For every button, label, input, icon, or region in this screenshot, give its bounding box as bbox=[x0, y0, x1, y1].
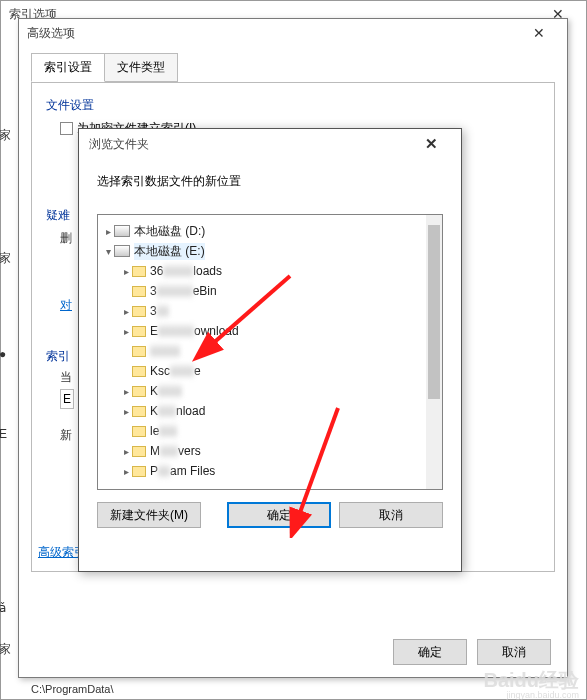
adv-titlebar: 高级选项 ✕ bbox=[19, 19, 567, 47]
browse-ok-button[interactable]: 确定 bbox=[227, 502, 331, 528]
folder-icon bbox=[132, 406, 146, 417]
tree-row-folder[interactable]: ▸ 36xxxxxloads bbox=[102, 261, 422, 281]
folder-label: Mxxxvers bbox=[150, 444, 201, 458]
adv-cancel-button[interactable]: 取消 bbox=[477, 639, 551, 665]
file-settings-label: 文件设置 bbox=[46, 97, 540, 114]
folder-icon bbox=[132, 466, 146, 477]
browse-close-icon[interactable]: ✕ bbox=[411, 135, 451, 153]
folder-label: lexxx bbox=[150, 424, 177, 438]
browse-title: 浏览文件夹 bbox=[89, 136, 411, 153]
adv-button-row: 确定 取消 bbox=[393, 639, 551, 665]
chevron-right-icon[interactable]: ▸ bbox=[120, 306, 132, 317]
browse-cancel-button[interactable]: 取消 bbox=[339, 502, 443, 528]
e-box: E bbox=[60, 389, 74, 409]
folder-icon bbox=[132, 266, 146, 277]
folder-icon bbox=[132, 326, 146, 337]
chevron-right-icon[interactable]: ▸ bbox=[120, 446, 132, 457]
new-folder-button[interactable]: 新建文件夹(M) bbox=[97, 502, 201, 528]
folder-label: 36xxxxxloads bbox=[150, 264, 222, 278]
tree-row-folder[interactable]: ▸ Pxxam Files bbox=[102, 461, 422, 481]
folder-icon bbox=[132, 346, 146, 357]
folder-icon bbox=[132, 446, 146, 457]
folder-label: Exxxxxxownload bbox=[150, 324, 239, 338]
folder-icon bbox=[132, 426, 146, 437]
encrypt-checkbox[interactable] bbox=[60, 122, 73, 135]
tree-row-folder[interactable]: 3xxxxxxeBin bbox=[102, 281, 422, 301]
folder-label: xxxxx bbox=[150, 344, 180, 358]
disk-d-label: 本地磁盘 (D:) bbox=[134, 223, 205, 240]
chevron-down-icon[interactable]: ▾ bbox=[102, 246, 114, 257]
chevron-right-icon[interactable]: ▸ bbox=[120, 326, 132, 337]
tree-row-folder[interactable]: xxxxx bbox=[102, 341, 422, 361]
browse-button-row: 新建文件夹(M) 确定 取消 bbox=[97, 502, 443, 528]
adv-title: 高级选项 bbox=[27, 25, 519, 42]
tree-scrollbar[interactable] bbox=[426, 215, 442, 489]
chevron-right-icon[interactable]: ▸ bbox=[120, 386, 132, 397]
folder-icon bbox=[132, 306, 146, 317]
folder-label: Kxxxx bbox=[150, 384, 182, 398]
browse-message: 选择索引数据文件的新位置 bbox=[97, 173, 443, 190]
folder-icon bbox=[132, 386, 146, 397]
tree-row-folder[interactable]: ▸ Mxxxvers bbox=[102, 441, 422, 461]
folder-tree[interactable]: ▸ 本地磁盘 (D:) ▾ 本地磁盘 (E:) ▸ 36xxxxxloads 3 bbox=[98, 215, 426, 489]
chevron-right-icon[interactable]: ▸ bbox=[102, 226, 114, 237]
tree-row-folder[interactable]: lexxx bbox=[102, 421, 422, 441]
tree-row-disk-d[interactable]: ▸ 本地磁盘 (D:) bbox=[102, 221, 422, 241]
folder-label: 3xx bbox=[150, 304, 169, 318]
chevron-right-icon[interactable]: ▸ bbox=[120, 266, 132, 277]
browse-titlebar: 浏览文件夹 ✕ bbox=[79, 129, 461, 159]
folder-label: Pxxam Files bbox=[150, 464, 215, 478]
left-cropped-labels: 家 家 ● E ǎ 家 bbox=[0, 101, 9, 681]
watermark-url: jingyan.baidu.com bbox=[506, 690, 579, 700]
chevron-right-icon[interactable]: ▸ bbox=[120, 466, 132, 477]
folder-icon bbox=[132, 366, 146, 377]
folder-label: Kscxxxxe bbox=[150, 364, 201, 378]
adv-close-icon[interactable]: ✕ bbox=[519, 25, 559, 41]
tree-row-folder[interactable]: Kscxxxxe bbox=[102, 361, 422, 381]
tree-row-folder[interactable]: ▸ Exxxxxxownload bbox=[102, 321, 422, 341]
disk-icon bbox=[114, 225, 130, 237]
disk-icon bbox=[114, 245, 130, 257]
adv-tabs: 索引设置 文件类型 bbox=[31, 53, 555, 82]
tree-row-disk-e[interactable]: ▾ 本地磁盘 (E:) bbox=[102, 241, 422, 261]
folder-label: Kxxxnload bbox=[150, 404, 205, 418]
tree-row-folder[interactable]: ▸ 3xx bbox=[102, 301, 422, 321]
tree-row-folder[interactable]: ▸ Kxxxx bbox=[102, 381, 422, 401]
folder-tree-container: ▸ 本地磁盘 (D:) ▾ 本地磁盘 (E:) ▸ 36xxxxxloads 3 bbox=[97, 214, 443, 490]
folder-label: 3xxxxxxeBin bbox=[150, 284, 217, 298]
adv-ok-button[interactable]: 确定 bbox=[393, 639, 467, 665]
footer-path: C:\ProgramData\ bbox=[31, 683, 114, 695]
disk-e-label: 本地磁盘 (E:) bbox=[134, 243, 205, 260]
chevron-right-icon[interactable]: ▸ bbox=[120, 406, 132, 417]
folder-icon bbox=[132, 286, 146, 297]
browse-folder-dialog: 浏览文件夹 ✕ 选择索引数据文件的新位置 ▸ 本地磁盘 (D:) ▾ 本地磁盘 … bbox=[78, 128, 462, 572]
scrollbar-thumb[interactable] bbox=[428, 225, 440, 399]
tree-row-folder[interactable]: ▸ Kxxxnload bbox=[102, 401, 422, 421]
browse-body: 选择索引数据文件的新位置 ▸ 本地磁盘 (D:) ▾ 本地磁盘 (E:) ▸ 3… bbox=[79, 159, 461, 544]
tab-file-types[interactable]: 文件类型 bbox=[104, 53, 178, 82]
tab-index-settings[interactable]: 索引设置 bbox=[31, 53, 105, 82]
